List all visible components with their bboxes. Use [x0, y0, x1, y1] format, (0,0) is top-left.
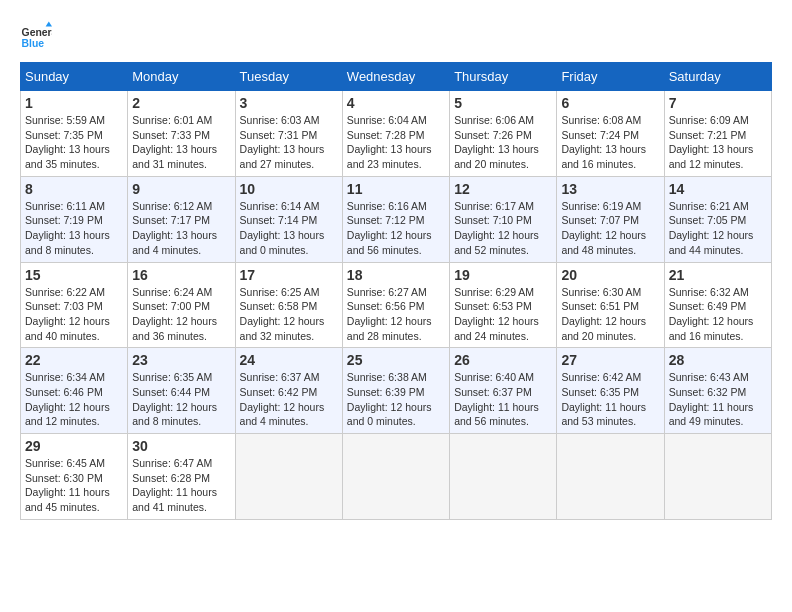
day-info: Sunrise: 6:11 AMSunset: 7:19 PMDaylight:…: [25, 199, 123, 258]
calendar-cell: 16Sunrise: 6:24 AMSunset: 7:00 PMDayligh…: [128, 262, 235, 348]
calendar-week-row: 1Sunrise: 5:59 AMSunset: 7:35 PMDaylight…: [21, 91, 772, 177]
day-number: 22: [25, 352, 123, 368]
day-info: Sunrise: 6:24 AMSunset: 7:00 PMDaylight:…: [132, 285, 230, 344]
day-info: Sunrise: 6:45 AMSunset: 6:30 PMDaylight:…: [25, 456, 123, 515]
day-number: 2: [132, 95, 230, 111]
day-info: Sunrise: 6:35 AMSunset: 6:44 PMDaylight:…: [132, 370, 230, 429]
svg-text:Blue: Blue: [22, 38, 45, 49]
day-number: 21: [669, 267, 767, 283]
day-number: 1: [25, 95, 123, 111]
day-number: 16: [132, 267, 230, 283]
day-number: 17: [240, 267, 338, 283]
day-number: 14: [669, 181, 767, 197]
svg-marker-2: [46, 22, 52, 27]
day-number: 28: [669, 352, 767, 368]
calendar-cell: 23Sunrise: 6:35 AMSunset: 6:44 PMDayligh…: [128, 348, 235, 434]
day-info: Sunrise: 6:42 AMSunset: 6:35 PMDaylight:…: [561, 370, 659, 429]
calendar-cell: 27Sunrise: 6:42 AMSunset: 6:35 PMDayligh…: [557, 348, 664, 434]
calendar-cell: 14Sunrise: 6:21 AMSunset: 7:05 PMDayligh…: [664, 176, 771, 262]
day-number: 5: [454, 95, 552, 111]
day-info: Sunrise: 6:21 AMSunset: 7:05 PMDaylight:…: [669, 199, 767, 258]
calendar-cell: 21Sunrise: 6:32 AMSunset: 6:49 PMDayligh…: [664, 262, 771, 348]
calendar-week-row: 8Sunrise: 6:11 AMSunset: 7:19 PMDaylight…: [21, 176, 772, 262]
calendar-cell: [557, 434, 664, 520]
page-header: General Blue: [20, 20, 772, 52]
logo-icon: General Blue: [20, 20, 52, 52]
day-number: 18: [347, 267, 445, 283]
day-number: 15: [25, 267, 123, 283]
calendar-table: SundayMondayTuesdayWednesdayThursdayFrid…: [20, 62, 772, 520]
calendar-cell: 12Sunrise: 6:17 AMSunset: 7:10 PMDayligh…: [450, 176, 557, 262]
day-number: 7: [669, 95, 767, 111]
day-number: 23: [132, 352, 230, 368]
day-number: 20: [561, 267, 659, 283]
calendar-cell: 24Sunrise: 6:37 AMSunset: 6:42 PMDayligh…: [235, 348, 342, 434]
calendar-cell: 4Sunrise: 6:04 AMSunset: 7:28 PMDaylight…: [342, 91, 449, 177]
day-info: Sunrise: 6:37 AMSunset: 6:42 PMDaylight:…: [240, 370, 338, 429]
day-number: 9: [132, 181, 230, 197]
day-info: Sunrise: 6:03 AMSunset: 7:31 PMDaylight:…: [240, 113, 338, 172]
day-info: Sunrise: 6:06 AMSunset: 7:26 PMDaylight:…: [454, 113, 552, 172]
day-number: 3: [240, 95, 338, 111]
calendar-cell: 7Sunrise: 6:09 AMSunset: 7:21 PMDaylight…: [664, 91, 771, 177]
day-info: Sunrise: 5:59 AMSunset: 7:35 PMDaylight:…: [25, 113, 123, 172]
calendar-cell: 10Sunrise: 6:14 AMSunset: 7:14 PMDayligh…: [235, 176, 342, 262]
calendar-cell: 20Sunrise: 6:30 AMSunset: 6:51 PMDayligh…: [557, 262, 664, 348]
calendar-cell: 26Sunrise: 6:40 AMSunset: 6:37 PMDayligh…: [450, 348, 557, 434]
day-number: 13: [561, 181, 659, 197]
calendar-week-row: 15Sunrise: 6:22 AMSunset: 7:03 PMDayligh…: [21, 262, 772, 348]
day-number: 19: [454, 267, 552, 283]
calendar-week-row: 22Sunrise: 6:34 AMSunset: 6:46 PMDayligh…: [21, 348, 772, 434]
calendar-cell: 28Sunrise: 6:43 AMSunset: 6:32 PMDayligh…: [664, 348, 771, 434]
day-info: Sunrise: 6:16 AMSunset: 7:12 PMDaylight:…: [347, 199, 445, 258]
calendar-cell: 9Sunrise: 6:12 AMSunset: 7:17 PMDaylight…: [128, 176, 235, 262]
day-number: 25: [347, 352, 445, 368]
calendar-cell: [450, 434, 557, 520]
calendar-cell: 2Sunrise: 6:01 AMSunset: 7:33 PMDaylight…: [128, 91, 235, 177]
day-info: Sunrise: 6:38 AMSunset: 6:39 PMDaylight:…: [347, 370, 445, 429]
day-header-friday: Friday: [557, 63, 664, 91]
calendar-cell: [664, 434, 771, 520]
svg-text:General: General: [22, 27, 52, 38]
day-info: Sunrise: 6:34 AMSunset: 6:46 PMDaylight:…: [25, 370, 123, 429]
day-info: Sunrise: 6:09 AMSunset: 7:21 PMDaylight:…: [669, 113, 767, 172]
day-info: Sunrise: 6:12 AMSunset: 7:17 PMDaylight:…: [132, 199, 230, 258]
day-info: Sunrise: 6:30 AMSunset: 6:51 PMDaylight:…: [561, 285, 659, 344]
calendar-cell: 5Sunrise: 6:06 AMSunset: 7:26 PMDaylight…: [450, 91, 557, 177]
calendar-cell: [235, 434, 342, 520]
calendar-cell: 17Sunrise: 6:25 AMSunset: 6:58 PMDayligh…: [235, 262, 342, 348]
day-info: Sunrise: 6:40 AMSunset: 6:37 PMDaylight:…: [454, 370, 552, 429]
day-info: Sunrise: 6:14 AMSunset: 7:14 PMDaylight:…: [240, 199, 338, 258]
calendar-cell: 29Sunrise: 6:45 AMSunset: 6:30 PMDayligh…: [21, 434, 128, 520]
day-info: Sunrise: 6:47 AMSunset: 6:28 PMDaylight:…: [132, 456, 230, 515]
calendar-header-row: SundayMondayTuesdayWednesdayThursdayFrid…: [21, 63, 772, 91]
day-header-monday: Monday: [128, 63, 235, 91]
calendar-cell: [342, 434, 449, 520]
day-number: 27: [561, 352, 659, 368]
day-number: 26: [454, 352, 552, 368]
day-info: Sunrise: 6:08 AMSunset: 7:24 PMDaylight:…: [561, 113, 659, 172]
day-info: Sunrise: 6:43 AMSunset: 6:32 PMDaylight:…: [669, 370, 767, 429]
calendar-cell: 22Sunrise: 6:34 AMSunset: 6:46 PMDayligh…: [21, 348, 128, 434]
day-number: 4: [347, 95, 445, 111]
calendar-cell: 13Sunrise: 6:19 AMSunset: 7:07 PMDayligh…: [557, 176, 664, 262]
day-number: 12: [454, 181, 552, 197]
calendar-cell: 8Sunrise: 6:11 AMSunset: 7:19 PMDaylight…: [21, 176, 128, 262]
day-number: 10: [240, 181, 338, 197]
day-number: 29: [25, 438, 123, 454]
day-info: Sunrise: 6:22 AMSunset: 7:03 PMDaylight:…: [25, 285, 123, 344]
day-info: Sunrise: 6:27 AMSunset: 6:56 PMDaylight:…: [347, 285, 445, 344]
day-info: Sunrise: 6:32 AMSunset: 6:49 PMDaylight:…: [669, 285, 767, 344]
day-number: 6: [561, 95, 659, 111]
day-info: Sunrise: 6:29 AMSunset: 6:53 PMDaylight:…: [454, 285, 552, 344]
calendar-week-row: 29Sunrise: 6:45 AMSunset: 6:30 PMDayligh…: [21, 434, 772, 520]
day-header-sunday: Sunday: [21, 63, 128, 91]
calendar-cell: 25Sunrise: 6:38 AMSunset: 6:39 PMDayligh…: [342, 348, 449, 434]
day-info: Sunrise: 6:01 AMSunset: 7:33 PMDaylight:…: [132, 113, 230, 172]
day-info: Sunrise: 6:25 AMSunset: 6:58 PMDaylight:…: [240, 285, 338, 344]
day-header-thursday: Thursday: [450, 63, 557, 91]
day-header-tuesday: Tuesday: [235, 63, 342, 91]
logo: General Blue: [20, 20, 56, 52]
calendar-cell: 6Sunrise: 6:08 AMSunset: 7:24 PMDaylight…: [557, 91, 664, 177]
calendar-cell: 11Sunrise: 6:16 AMSunset: 7:12 PMDayligh…: [342, 176, 449, 262]
